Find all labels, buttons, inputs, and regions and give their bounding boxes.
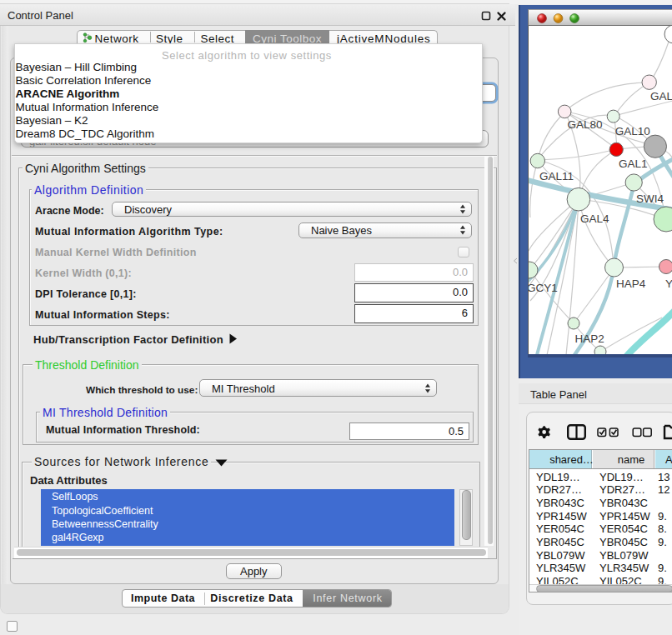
svg-text:GAL10: GAL10 [615,125,650,138]
svg-text:GCY1: GCY1 [529,281,558,293]
svg-text:GAL4: GAL4 [580,212,609,225]
svg-text:SWI4: SWI4 [636,192,664,205]
svg-text:GAL: GAL [650,90,672,102]
svg-text:GAL80: GAL80 [568,118,603,131]
svg-text:Y: Y [665,278,672,290]
svg-text:GAL1: GAL1 [619,158,648,170]
svg-text:GAL11: GAL11 [539,169,574,182]
svg-text:HAP2: HAP2 [575,332,604,345]
svg-text:HAP4: HAP4 [616,278,646,290]
